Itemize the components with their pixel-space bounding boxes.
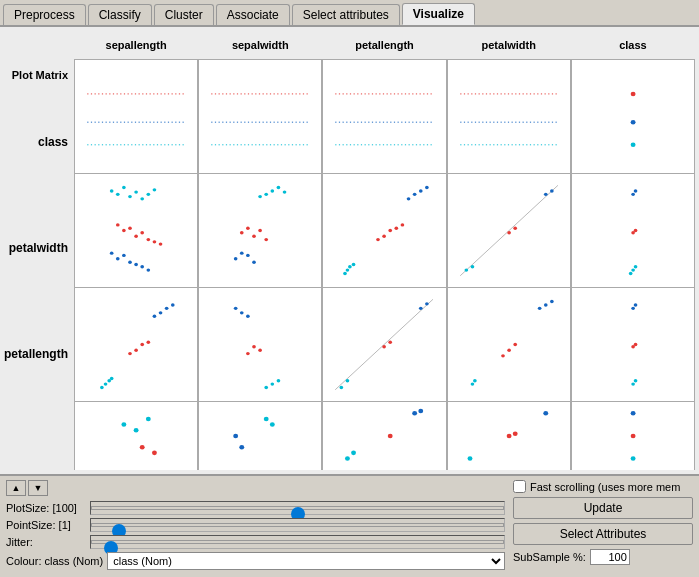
svg-point-109 [507,349,511,352]
svg-point-43 [246,227,250,230]
scroll-down-btn[interactable]: ▼ [28,480,48,496]
jitter-slider[interactable] [90,535,505,549]
svg-point-90 [153,315,157,318]
cell-petalwidth-petalwidth [447,174,571,287]
svg-point-31 [110,252,114,255]
svg-point-96 [246,352,250,355]
svg-point-119 [631,307,635,310]
svg-point-24 [122,229,126,232]
cell-petallength-class [571,288,695,401]
svg-point-141 [630,411,635,416]
tab-classify[interactable]: Classify [88,4,152,25]
svg-point-115 [631,383,635,386]
scroll-up-btn[interactable]: ▲ [6,480,26,496]
grid-rows [74,59,695,470]
pointsize-row: PointSize: [1] [6,518,505,532]
svg-point-71 [550,189,554,192]
pointsize-slider[interactable] [90,518,505,532]
svg-point-123 [146,417,151,422]
subsample-label: SubSample %: [513,551,586,563]
svg-point-110 [513,343,517,346]
svg-point-70 [544,193,548,196]
jitter-label: Jitter: [6,536,86,548]
svg-point-73 [634,265,638,268]
svg-point-56 [383,235,387,238]
svg-point-135 [467,456,472,461]
svg-point-107 [470,383,474,386]
svg-point-108 [473,379,477,382]
update-button[interactable]: Update [513,497,693,519]
svg-point-41 [258,195,262,198]
cell-partial-4 [447,402,571,470]
cell-class-petalwidth [447,60,571,173]
svg-point-86 [146,341,150,344]
svg-point-126 [264,417,269,422]
cell-partial-2 [198,402,322,470]
svg-point-106 [425,302,429,305]
tab-visualize[interactable]: Visualize [402,3,475,25]
fast-scroll-checkbox[interactable] [513,480,526,493]
svg-point-137 [512,432,517,437]
svg-point-44 [240,231,244,234]
cell-class-class [571,60,695,173]
select-attributes-button[interactable]: Select Attributes [513,523,693,545]
svg-point-118 [634,343,638,346]
svg-point-28 [146,238,150,241]
svg-point-76 [634,229,638,232]
col-header-sepallength: sepallength [74,31,198,59]
grid-row-partial [74,401,695,470]
cell-class-sepal [74,60,198,173]
subsample-input[interactable] [590,549,630,565]
svg-point-97 [240,311,244,314]
row-labels: Plot Matrix class petalwidth petallength [4,31,74,470]
colour-select[interactable]: class (Nom) [107,552,505,570]
svg-point-54 [344,272,348,275]
tab-select-attributes[interactable]: Select attributes [292,4,400,25]
pointsize-label: PointSize: [1] [6,519,86,531]
cell-partial-3 [322,402,446,470]
svg-point-139 [630,456,635,461]
svg-point-21 [146,193,150,196]
svg-line-65 [460,185,558,275]
svg-point-30 [159,242,163,245]
cell-petalwidth-class [571,174,695,287]
tab-bar: Preprocess Classify Cluster Associate Se… [0,0,699,27]
fast-scroll-label: Fast scrolling (uses more mem [530,481,680,493]
svg-point-49 [234,257,238,260]
tab-cluster[interactable]: Cluster [154,4,214,25]
cell-petalwidth-sepalwidth [198,174,322,287]
svg-point-19 [134,190,138,193]
svg-point-84 [140,343,144,346]
svg-point-136 [506,434,511,439]
main-content: Plot Matrix class petalwidth petallength… [0,27,699,574]
cell-partial-1 [74,402,198,470]
col-headers: sepallength sepalwidth petallength petal… [74,31,695,59]
plotsize-slider[interactable] [90,501,505,515]
grid-row-petalwidth [74,173,695,287]
svg-point-55 [352,263,356,266]
svg-point-22 [153,188,157,191]
svg-point-133 [413,411,418,416]
svg-point-130 [345,456,350,461]
cell-petallength-petallength [322,288,446,401]
col-header-class: class [571,31,695,59]
plotsize-row: PlotSize: [100] [6,501,505,515]
cell-petallength-sepallength [74,288,198,401]
svg-point-37 [146,268,150,271]
tab-preprocess[interactable]: Preprocess [3,4,86,25]
cell-class-petallength [322,60,446,173]
svg-point-29 [153,240,157,243]
svg-point-111 [501,354,505,357]
svg-point-87 [159,311,163,314]
svg-point-122 [134,428,139,433]
svg-point-104 [389,341,393,344]
svg-point-99 [246,315,250,318]
row-label-partial [4,406,74,470]
jitter-row: Jitter: [6,535,505,549]
svg-point-124 [140,445,145,450]
svg-point-95 [252,345,256,348]
tab-associate[interactable]: Associate [216,4,290,25]
svg-point-47 [265,238,269,241]
svg-point-79 [104,383,108,386]
svg-point-53 [348,265,352,268]
